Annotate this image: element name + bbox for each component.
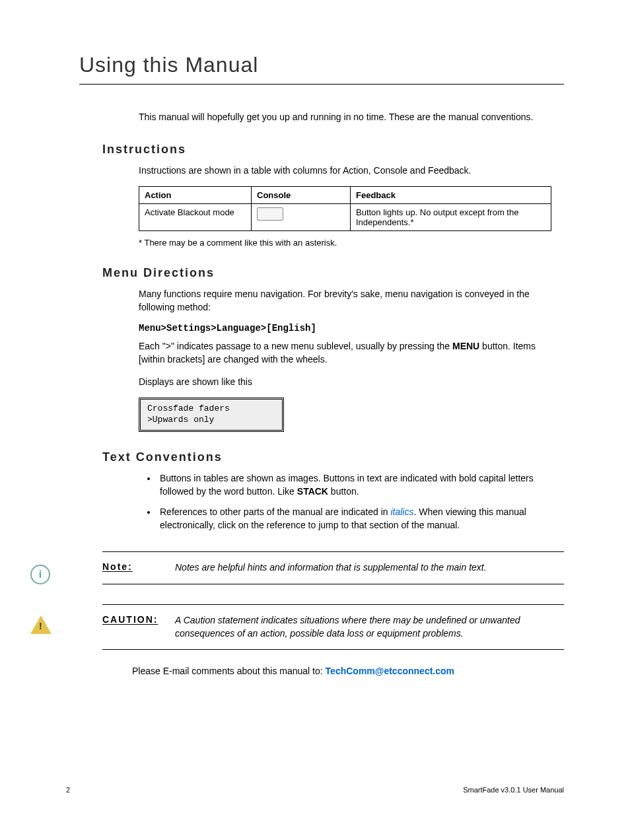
- text-conventions-list: Buttons in tables are shown as images. B…: [157, 472, 564, 532]
- table-footnote: * There may be a comment like this with …: [139, 238, 564, 248]
- instructions-table: Action Console Feedback Activate Blackou…: [139, 186, 551, 231]
- caution-label: CAUTION:: [102, 614, 175, 640]
- cell-console: [252, 204, 351, 231]
- page-number: 2: [66, 786, 70, 794]
- list-item: Buttons in tables are shown as images. B…: [157, 472, 564, 498]
- text-conventions-heading: Text Conventions: [102, 450, 564, 464]
- bullet2-pre: References to other parts of the manual …: [160, 507, 390, 517]
- email-line: Please E-mail comments about this manual…: [132, 666, 564, 676]
- note-block: Note: Notes are helpful hints and inform…: [102, 551, 564, 584]
- cell-feedback: Button lights up. No output except from …: [351, 204, 551, 231]
- page-title: Using this Manual: [79, 53, 564, 85]
- menu-button-word: MENU: [452, 341, 479, 351]
- email-link[interactable]: TechComm@etcconnect.com: [326, 666, 454, 676]
- italics-link-example[interactable]: italics: [390, 507, 413, 517]
- menu-path-example: Menu>Settings>Language>[English]: [139, 323, 564, 333]
- stack-bold-word: STACK: [297, 486, 328, 497]
- footer-doc-title: SmartFade v3.0.1 User Manual: [463, 786, 564, 794]
- email-lead: Please E-mail comments about this manual…: [132, 666, 326, 676]
- menu-directions-heading: Menu Directions: [102, 266, 564, 280]
- display-line-1: Crossfade faders: [147, 403, 275, 415]
- list-item: References to other parts of the manual …: [157, 506, 564, 532]
- table-row: Activate Blackout mode Button lights up.…: [139, 204, 551, 231]
- displays-lead: Displays are shown like this: [139, 376, 564, 389]
- lcd-display-example: Crossfade faders >Upwards only: [139, 398, 284, 432]
- note-label: Note:: [102, 561, 175, 575]
- instructions-lead: Instructions are shown in a table with c…: [139, 164, 564, 178]
- caution-text: A Caution statement indicates situations…: [175, 614, 564, 640]
- console-button-icon: [257, 207, 283, 221]
- intro-paragraph: This manual will hopefully get you up an…: [139, 111, 564, 124]
- table-header-row: Action Console Feedback: [139, 187, 551, 204]
- th-action: Action: [139, 187, 252, 204]
- menu-explain: Each ">" indicates passage to a new menu…: [139, 340, 564, 366]
- menu-explain-pre: Each ": [139, 341, 166, 351]
- th-feedback: Feedback: [351, 187, 551, 204]
- menu-explain-mid: " indicates passage to a new menu sublev…: [171, 341, 452, 351]
- bullet1-post: button.: [328, 486, 359, 497]
- page-footer: 2 SmartFade v3.0.1 User Manual: [66, 786, 564, 794]
- warning-icon: [30, 615, 52, 634]
- instructions-heading: Instructions: [102, 143, 564, 157]
- caution-block: CAUTION: A Caution statement indicates s…: [102, 604, 564, 650]
- display-line-2: >Upwards only: [147, 415, 275, 426]
- info-icon: i: [30, 565, 50, 584]
- chevron-icon: >: [166, 341, 171, 351]
- th-console: Console: [252, 187, 351, 204]
- cell-action: Activate Blackout mode: [139, 204, 252, 231]
- note-text: Notes are helpful hints and information …: [175, 561, 487, 575]
- menu-lead: Many functions require menu navigation. …: [139, 288, 564, 314]
